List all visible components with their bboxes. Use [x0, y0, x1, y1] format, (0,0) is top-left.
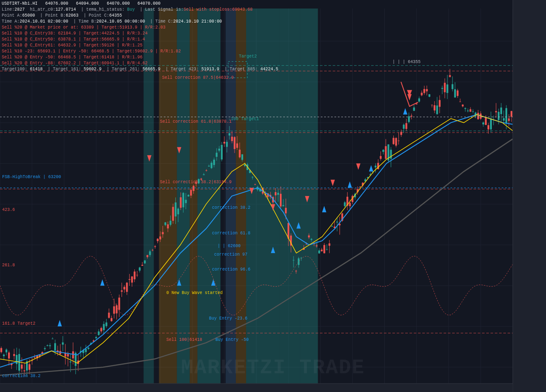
symbol-line: USDTIRT-Nbi.HI 64076.000 64094.000 64070…: [2, 1, 278, 7]
sell-line-2: Sell %10 @ C_Entry38: 62184.9 | Target:4…: [2, 31, 278, 37]
sell-line-7: Sell %20 @ Entry -88: 67602.2 | Target:6…: [2, 61, 278, 66]
sell-line-5: Sell %10 -23: 65693.1 | Entry -50: 66468…: [2, 49, 278, 55]
time-scale: [0, 383, 513, 392]
header-info: USDTIRT-Nbi.HI 64076.000 64094.000 64070…: [2, 1, 278, 72]
chart-container: MARKETZI TRADE USDTIRT-Nbi.HI 64076.000 …: [0, 0, 546, 392]
sell-line-6: Sell %20 @ Entry -50: 66468.5 | Target:6…: [2, 55, 278, 61]
price-scale: [513, 0, 546, 392]
times-line: Time A:2024.10.01 02:00:00 | Time B:2024…: [2, 19, 278, 25]
sell-line-3: Sell %10 @ C_Entry50: 63878.1 | Target:5…: [2, 37, 278, 43]
targets-line: Target100: 61418 | Target 161: 59602.9 |…: [2, 66, 278, 72]
indicator-line: Line:2827 h1_atr_c0:127.0714 | tema_h1_s…: [2, 7, 278, 13]
symbol: USDTIRT-Nbi.HI: [2, 1, 38, 6]
sell-line-4: Sell %10 @ C_Entry61: 64632.9 | Target:5…: [2, 43, 278, 49]
sell-line-1: Sell %20 @ Market price or at: 63389 | T…: [2, 25, 278, 31]
points-line: Point A:65000 | Point B:62063 | Point C:…: [2, 13, 278, 19]
